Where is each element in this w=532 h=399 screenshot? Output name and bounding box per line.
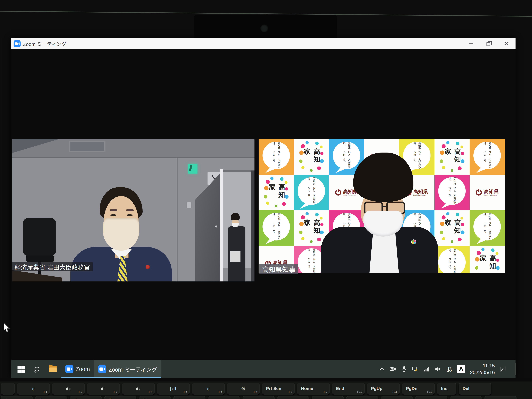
system-tray: あΛ 11:15 2022/05/16 [379,360,506,378]
clock-date: 2022/05/16 [470,369,495,376]
bubble-text: 高知県は、ひとつの大家族やき。 [473,213,501,241]
key-f4: F4 [122,383,155,395]
speech-bubble: 高知県は、ひとつの大家族やき。 [262,142,290,169]
backdrop-tile-bubble: 高知県は、ひとつの大家族やき。 [294,175,329,210]
key-del: Del [459,383,491,395]
iwata-eyebrow [126,209,134,211]
backdrop-tile-kochike-logo: 高知家 [259,175,294,210]
key-blank [312,396,344,399]
key-blank [1,383,15,395]
speech-bubble: 高知県は、ひとつの大家族やき。 [473,213,501,241]
camera-icon[interactable] [390,366,396,372]
bubble-text: 高知県は、ひとつの大家族やき。 [262,142,290,169]
iwata-eyebrow [109,209,117,211]
file-explorer-button[interactable] [45,360,61,378]
kochike-logo-text: 高知家 [442,148,462,166]
zoom-app-icon [98,365,106,373]
backdrop-tile-kochiken-logo: 高知県Kochi Prefecture [469,175,505,210]
iwata-face-mask [103,218,139,251]
governor-glasses-bridge [382,206,387,207]
key-f1: ☼F1 [17,383,50,395]
open-door [195,174,220,281]
key-blank [277,396,309,399]
laptop-screen: Zoom ミーティング [11,38,515,378]
ceiling-vent [69,141,105,152]
restore-button[interactable] [486,41,492,47]
taskbar-app-zoom[interactable]: Zoom [61,360,94,378]
backdrop-tile-bubble: 高知県は、ひとつの大家族やき。 [469,139,505,175]
zoom-window-titlebar: Zoom ミーティング [11,38,515,49]
keyboard-numrow: !"#あ$う%え&お [0,396,532,399]
search-icon [35,367,39,371]
start-button[interactable] [13,360,29,378]
open-app-indicator [94,377,161,378]
key-&: &お [173,396,205,399]
folder-icon [49,366,57,372]
kochike-logo-text: 高知家 [442,219,462,237]
office-chair [23,218,56,256]
show-desktop-button[interactable] [515,363,515,375]
kochike-logo-text: 高知家 [477,255,497,272]
participant-name-label: 経済産業省 岩田大臣政務官 [12,262,93,271]
kochiken-logo-text: 高知県 [484,189,499,194]
table-edge [259,273,505,281]
key-f2: F2 [52,383,85,395]
search-button[interactable] [29,360,45,378]
close-icon [504,41,509,46]
mouse-cursor [3,323,10,333]
ime-mode-icon[interactable]: Λ [457,365,465,373]
keyboard-frow: ☼F1F2F3F4▷‖F5☼F6☀F7Prt ScnF8HomeF9EndF10… [0,383,532,395]
door-edge [220,169,223,281]
backdrop-tile-bubble: 高知県は、ひとつの大家族やき。 [469,210,505,246]
key-$: $う [104,396,136,399]
key-#: #あ [70,396,102,399]
action-center-button[interactable] [500,366,506,372]
minimize-button[interactable] [468,41,474,47]
door-jamb [251,171,254,281]
key-f7: ☀F7 [227,383,260,395]
key-!: ! [0,396,33,399]
key-ins: Ins [437,383,456,395]
ime-kana-icon[interactable]: あ [446,365,452,374]
speech-bubble: 高知県は、ひとつの大家族やき。 [438,177,466,205]
exit-sign [188,164,197,174]
backdrop-tile-bubble: 高知県は、ひとつの大家族やき。 [434,175,469,210]
key-f12: PgDnF12 [402,383,435,395]
key-": " [35,396,67,399]
video-tile-kochi: 高知県は、ひとつの大家族やき。高知家高知県は、ひとつの大家族やき。高知県Koch… [259,139,505,281]
taskbar-clock[interactable]: 11:15 2022/05/16 [470,362,495,376]
zoom-app-icon [65,365,73,373]
kochike-logo-text: 高知家 [302,148,321,166]
backdrop-tile-kochike-logo: 高知家 [294,139,329,175]
kochiken-mark-icon [335,190,341,196]
close-button[interactable] [503,41,510,47]
windows-taskbar: Zoom Zoom ミーティング あΛ 11:15 2022/05/16 [11,360,515,378]
speech-bubble: 高知県は、ひとつの大家族やき。 [438,248,466,276]
key-f6: ☼F6 [192,383,225,395]
chevron-up-icon[interactable] [379,366,385,372]
kochike-logo-text: 高知家 [302,219,321,237]
tray-icon-group: あΛ [379,365,465,374]
iwata-lapel-pin [146,265,150,269]
windows-logo-icon [18,366,25,373]
backdrop-tile-bubble: 高知県は、ひとつの大家族やき。 [259,210,294,246]
kochiken-logo-en: Kochi Prefecture [484,194,499,196]
bubble-text: 高知県は、ひとつの大家族やき。 [438,248,466,276]
bubble-text: 高知県は、ひとつの大家族やき。 [473,142,501,169]
key-f9: HomeF9 [297,383,329,395]
microphone-icon[interactable] [401,366,407,373]
key-%: %え [139,396,171,399]
clock-time: 11:15 [470,362,495,369]
kochiken-mark-icon [476,190,482,196]
webcam-lens [260,25,268,32]
iwata-eye [110,214,116,216]
taskbar-app-zoom-meeting[interactable]: Zoom ミーティング [94,360,161,378]
key-blank [484,396,517,399]
kochike-logo-text: 高知家 [266,184,286,201]
backdrop-tile-kochike-logo: 高知家 [434,139,469,175]
speaker-icon[interactable] [435,366,441,372]
network-warning-icon[interactable] [412,366,419,372]
laptop-hinge [0,378,532,382]
iwata-eye [127,214,133,216]
signal-bars-icon[interactable] [424,366,430,372]
